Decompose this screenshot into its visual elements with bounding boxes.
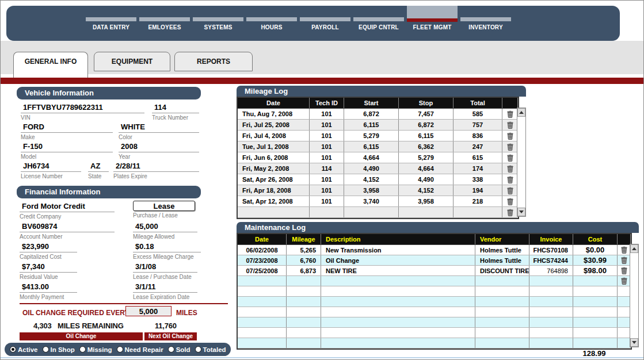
- table-row: 07/25/20086,873NEW TIREDISCOUNT TIRE7648…: [238, 266, 631, 276]
- arrow-down-icon: [519, 210, 524, 213]
- column-header-description: Description: [321, 234, 475, 244]
- status-radio-in-shop[interactable]: In Shop: [43, 346, 75, 353]
- lease-expiration-date-value[interactable]: 3/1/11: [135, 282, 196, 291]
- status-radio-totaled[interactable]: Totaled: [195, 346, 226, 353]
- cell-date: Fri, May 2, 2008: [238, 163, 310, 174]
- cell-cost: [573, 297, 618, 307]
- year-value[interactable]: 2008: [121, 142, 198, 151]
- credit-company-label: Credit Company: [20, 213, 115, 220]
- cell-invoice: 764898: [529, 266, 573, 275]
- purchase-lease-button[interactable]: Lease: [133, 201, 195, 211]
- cell-actions: [618, 286, 631, 296]
- cell-date: [238, 328, 287, 338]
- cell-total: 615: [454, 152, 502, 163]
- nav-accent-bar: [86, 17, 136, 21]
- nav-item-inventory[interactable]: INVENTORY: [460, 6, 511, 41]
- nav-item-systems[interactable]: SYSTEMS: [193, 6, 243, 41]
- table-row: [238, 317, 631, 328]
- cell-start: 6,872: [344, 109, 399, 119]
- cell-mileage: [287, 338, 321, 348]
- nav-item-equip-cntrl[interactable]: EQUIP CNTRL: [353, 6, 404, 41]
- status-radio-active[interactable]: Active: [10, 346, 38, 353]
- year-label: Year: [119, 154, 199, 160]
- cell-tech_id: 101: [310, 109, 344, 119]
- status-radio-sold[interactable]: Sold: [168, 346, 190, 353]
- tab-reports[interactable]: REPORTS: [174, 52, 253, 71]
- trash-icon[interactable]: [502, 109, 518, 119]
- cell-tech_id: 101: [310, 174, 344, 185]
- cell-tech_id: 101: [310, 120, 344, 130]
- nav-item-data-entry[interactable]: DATA ENTRY: [86, 6, 136, 41]
- residual-value-value[interactable]: $7,340: [22, 262, 76, 271]
- trash-icon[interactable]: [502, 196, 518, 206]
- next-oil-change-button[interactable]: Next Oil Change: [144, 332, 197, 340]
- oil-interval-input[interactable]: 5,000: [125, 306, 172, 316]
- trash-icon[interactable]: [618, 245, 631, 255]
- cell-actions: [618, 317, 631, 327]
- monthly-payment-value[interactable]: $413.00: [22, 282, 76, 291]
- model-field: F-150 Model: [21, 142, 113, 160]
- excess-mileage-charge-label: Excess Mileage Charge: [133, 254, 201, 260]
- cell-cost: [573, 317, 618, 327]
- table-row: Tue, Jul 1, 20081016,1156,362247: [238, 141, 518, 152]
- lease-purchase-date-value[interactable]: 3/1/08: [135, 262, 196, 271]
- nav-item-label: EMLOYEES: [136, 24, 193, 30]
- cell-invoice: [529, 276, 573, 286]
- truck-number-value[interactable]: 114: [154, 103, 198, 112]
- cell-total: 247: [454, 141, 502, 152]
- trash-icon[interactable]: [502, 163, 518, 174]
- mileage-log-header: Mileage Log: [237, 86, 526, 97]
- nav-item-label: SYSTEMS: [189, 24, 247, 30]
- trash-icon[interactable]: [502, 207, 518, 217]
- capitalized-cost-value[interactable]: $23,990: [22, 242, 76, 251]
- radio-icon: [195, 346, 201, 353]
- trash-icon[interactable]: [618, 276, 631, 286]
- scroll-up-button[interactable]: [517, 108, 525, 117]
- color-value[interactable]: WHITE: [121, 122, 198, 131]
- plates-expire-value[interactable]: 2/28/11: [116, 162, 198, 170]
- nav-item-emloyees[interactable]: EMLOYEES: [139, 6, 190, 41]
- oil-section-divider: [20, 303, 228, 304]
- cell-cost: [573, 338, 618, 348]
- credit-company-value[interactable]: Ford Motor Credit: [22, 202, 113, 210]
- oil-change-button[interactable]: Oil Change: [20, 332, 143, 340]
- license-number-value[interactable]: JH6734: [23, 162, 80, 170]
- cell-description: [321, 307, 475, 317]
- trash-icon[interactable]: [502, 131, 518, 141]
- state-value[interactable]: AZ: [90, 162, 108, 170]
- account-number-value[interactable]: BV609874: [22, 222, 113, 231]
- trash-icon[interactable]: [502, 141, 518, 152]
- top-nav-bar: DATA ENTRYEMLOYEESSYSTEMSHOURSPAYROLLEQU…: [6, 6, 620, 41]
- table-row: [238, 297, 631, 307]
- trash-icon[interactable]: [618, 255, 631, 265]
- status-radio-label: Need Repair: [125, 346, 163, 353]
- tab-general-info[interactable]: GENERAL INFO: [13, 52, 88, 78]
- scroll-up-button[interactable]: [630, 244, 638, 253]
- excess-mileage-charge-value[interactable]: $0.18: [135, 242, 200, 251]
- column-header-invoice: Invoice: [529, 234, 573, 244]
- trash-icon[interactable]: [618, 266, 631, 275]
- trash-icon[interactable]: [502, 120, 518, 130]
- status-radio-missing[interactable]: Missing: [79, 346, 112, 353]
- cell-date: Fri, Jun 6, 2008: [238, 152, 310, 163]
- credit-company-field: Ford Motor Credit Credit Company: [20, 202, 115, 220]
- scroll-down-button[interactable]: [630, 338, 638, 347]
- scroll-down-button[interactable]: [517, 208, 525, 216]
- nav-item-hours[interactable]: HOURS: [246, 6, 297, 41]
- tab-equipment[interactable]: EQUIPMENT: [94, 52, 170, 71]
- mileage-allowed-value[interactable]: 45,000: [135, 222, 196, 231]
- trash-icon[interactable]: [502, 152, 518, 163]
- cell-start: 4,664: [344, 152, 399, 163]
- nav-item-fleet-mgmt[interactable]: FLEET MGMT: [407, 6, 458, 41]
- trash-icon[interactable]: [502, 185, 518, 196]
- model-value[interactable]: F-150: [23, 142, 112, 151]
- cell-mileage: [287, 297, 321, 307]
- status-radio-need-repair[interactable]: Need Repair: [117, 346, 163, 353]
- cell-stop: 4,490: [399, 174, 454, 185]
- nav-item-payroll[interactable]: PAYROLL: [300, 6, 350, 41]
- make-value[interactable]: FORD: [23, 122, 112, 131]
- cell-actions: [502, 109, 518, 119]
- vin-value[interactable]: 1FFTVBYU7789622311: [23, 103, 143, 112]
- trash-icon[interactable]: [502, 174, 518, 185]
- cell-date: [238, 297, 287, 307]
